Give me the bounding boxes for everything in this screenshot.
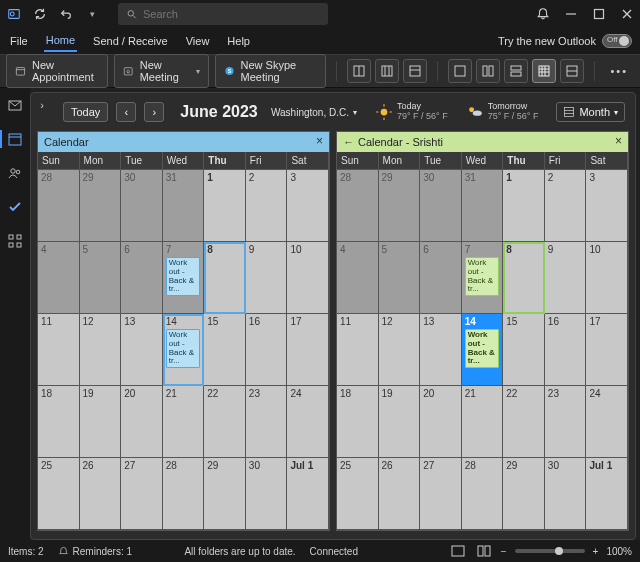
day-cell[interactable]: 27 <box>121 458 163 530</box>
day-cell[interactable]: 6 <box>121 242 163 314</box>
day-cell[interactable]: 23 <box>545 386 587 458</box>
day-cell[interactable]: 20 <box>420 386 462 458</box>
try-new-outlook-toggle[interactable]: Off <box>602 34 632 48</box>
day-cell[interactable]: 21 <box>163 386 205 458</box>
status-reminders[interactable]: Reminders: 1 <box>58 546 132 557</box>
day-cell[interactable]: 11 <box>337 314 379 386</box>
day-cell[interactable]: 28 <box>163 458 205 530</box>
day-cell[interactable]: 3 <box>586 170 628 242</box>
day-view-button[interactable] <box>347 59 371 83</box>
day-cell[interactable]: 26 <box>379 458 421 530</box>
menu-home[interactable]: Home <box>44 30 77 52</box>
day-cell[interactable]: 31 <box>462 170 504 242</box>
zoom-slider[interactable] <box>515 549 585 553</box>
ribbon-overflow-icon[interactable]: ••• <box>604 65 634 77</box>
day-cell[interactable]: 25 <box>38 458 80 530</box>
people-rail-icon[interactable] <box>6 164 24 182</box>
day-cell[interactable]: 1 <box>204 170 246 242</box>
day-cell[interactable]: 4 <box>337 242 379 314</box>
day-cell[interactable]: 11 <box>38 314 80 386</box>
back-arrow-icon[interactable]: ← <box>343 136 354 148</box>
day-cell[interactable]: 14Work out - Back & tr... <box>163 314 205 386</box>
day-cell[interactable]: 30 <box>246 458 288 530</box>
day-cell[interactable]: 17 <box>586 314 628 386</box>
day-cell[interactable]: 26 <box>80 458 122 530</box>
day-cell[interactable]: 5 <box>80 242 122 314</box>
view-btn-1[interactable] <box>448 59 472 83</box>
view-selector[interactable]: Month ▾ <box>556 102 625 122</box>
folder-pane-expand-icon[interactable]: › <box>31 93 53 131</box>
bell-icon[interactable] <box>536 7 550 21</box>
right-calendar-title-bar[interactable]: ←Calendar - Srishti× <box>337 132 628 152</box>
day-cell[interactable]: 9 <box>246 242 288 314</box>
zoom-in-button[interactable]: + <box>593 546 599 557</box>
day-cell[interactable]: 16 <box>246 314 288 386</box>
location-selector[interactable]: Washington, D.C. ▾ <box>271 107 357 118</box>
day-cell[interactable]: 12 <box>379 314 421 386</box>
day-cell[interactable]: 18 <box>337 386 379 458</box>
maximize-button[interactable] <box>592 7 606 21</box>
day-cell[interactable]: 18 <box>38 386 80 458</box>
tasks-rail-icon[interactable] <box>6 198 24 216</box>
day-cell[interactable]: 6 <box>420 242 462 314</box>
day-cell[interactable]: 24 <box>287 386 329 458</box>
zoom-percent[interactable]: 100% <box>606 546 632 557</box>
left-calendar-title-bar[interactable]: Calendar× <box>38 132 329 152</box>
close-button[interactable] <box>620 7 634 21</box>
day-cell[interactable]: 15 <box>204 314 246 386</box>
day-cell[interactable]: 30 <box>121 170 163 242</box>
day-cell[interactable]: 28 <box>462 458 504 530</box>
day-cell[interactable]: 29 <box>503 458 545 530</box>
day-cell[interactable]: 4 <box>38 242 80 314</box>
mail-rail-icon[interactable] <box>6 96 24 114</box>
minimize-button[interactable] <box>564 7 578 21</box>
day-cell[interactable]: 2 <box>545 170 587 242</box>
day-cell[interactable]: 22 <box>503 386 545 458</box>
new-appointment-button[interactable]: New Appointment <box>6 54 108 88</box>
normal-view-icon[interactable] <box>449 543 467 559</box>
day-cell[interactable]: 2 <box>246 170 288 242</box>
day-cell[interactable]: 8 <box>204 242 246 314</box>
day-cell[interactable]: 19 <box>379 386 421 458</box>
day-cell[interactable]: 20 <box>121 386 163 458</box>
weather-today[interactable]: Today79° F / 56° F <box>375 102 448 122</box>
day-cell[interactable]: 17 <box>287 314 329 386</box>
day-cell[interactable]: 3 <box>287 170 329 242</box>
day-cell[interactable]: 14Work out - Back & tr... <box>462 314 504 386</box>
calendar-event[interactable]: Work out - Back & tr... <box>465 257 500 296</box>
week-view-button[interactable] <box>403 59 427 83</box>
day-cell[interactable]: 23 <box>246 386 288 458</box>
day-cell[interactable]: 25 <box>337 458 379 530</box>
search-input[interactable] <box>143 8 320 20</box>
day-cell[interactable]: 15 <box>503 314 545 386</box>
day-cell[interactable]: 19 <box>80 386 122 458</box>
day-cell[interactable]: 29 <box>80 170 122 242</box>
menu-help[interactable]: Help <box>225 31 252 51</box>
day-cell[interactable]: 30 <box>420 170 462 242</box>
menu-view[interactable]: View <box>184 31 212 51</box>
prev-month-button[interactable]: ‹ <box>116 102 136 122</box>
day-cell[interactable]: 13 <box>121 314 163 386</box>
day-cell[interactable]: 5 <box>379 242 421 314</box>
new-skype-meeting-button[interactable]: S New Skype Meeting <box>215 54 326 88</box>
weather-tomorrow[interactable]: Tomorrow75° F / 56° F <box>466 102 539 122</box>
day-cell[interactable]: 10 <box>287 242 329 314</box>
search-box[interactable] <box>118 3 328 25</box>
close-calendar-icon[interactable]: × <box>316 134 323 148</box>
calendar-event[interactable]: Work out - Back & tr... <box>465 329 500 368</box>
view-btn-2[interactable] <box>476 59 500 83</box>
day-cell[interactable]: 22 <box>204 386 246 458</box>
day-cell[interactable]: 1 <box>503 170 545 242</box>
day-cell[interactable]: 9 <box>545 242 587 314</box>
day-cell[interactable]: 21 <box>462 386 504 458</box>
undo-dropdown-icon[interactable]: ▾ <box>84 6 100 22</box>
day-cell[interactable]: 29 <box>204 458 246 530</box>
day-cell[interactable]: 13 <box>420 314 462 386</box>
reading-view-icon[interactable] <box>475 543 493 559</box>
day-cell[interactable]: 27 <box>420 458 462 530</box>
zoom-out-button[interactable]: − <box>501 546 507 557</box>
menu-send-receive[interactable]: Send / Receive <box>91 31 170 51</box>
day-cell[interactable]: 16 <box>545 314 587 386</box>
more-apps-rail-icon[interactable] <box>6 232 24 250</box>
new-meeting-button[interactable]: New Meeting ▾ <box>114 54 208 88</box>
